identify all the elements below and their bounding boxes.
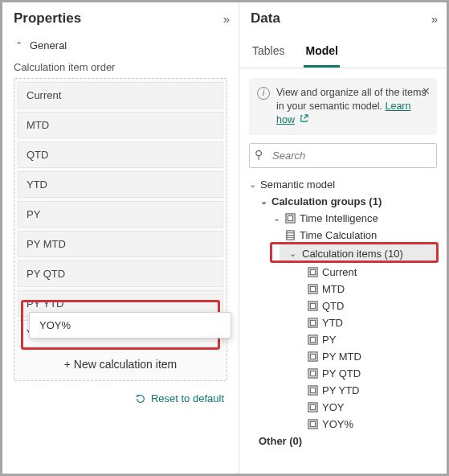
properties-title: Properties (14, 10, 81, 27)
svg-rect-13 (310, 320, 316, 326)
data-panel: Data » Tables Model i View and organize … (239, 2, 447, 474)
tree-other[interactable]: Other (0) (246, 433, 443, 449)
data-title: Data (251, 10, 280, 27)
svg-rect-18 (308, 369, 317, 378)
tree-calc-item[interactable]: PY QTD (246, 365, 443, 382)
close-icon[interactable]: ✕ (422, 84, 431, 99)
tree-calc-item[interactable]: PY YTD (246, 382, 443, 399)
order-item[interactable]: YTD (18, 171, 223, 198)
tab-model[interactable]: Model (304, 38, 339, 68)
calc-item-order-label: Calculation item order (2, 60, 239, 78)
order-item[interactable]: PY (18, 201, 223, 228)
order-item[interactable]: MTD (18, 112, 223, 138)
calc-item-icon (307, 318, 319, 328)
search-input[interactable] (249, 143, 437, 168)
svg-rect-0 (286, 214, 295, 223)
collapse-properties-icon[interactable]: » (222, 12, 229, 26)
calc-group-icon (284, 213, 296, 224)
order-item[interactable]: PY QTD (18, 261, 223, 287)
external-link-icon (300, 114, 308, 123)
info-icon: i (257, 87, 270, 100)
svg-rect-8 (308, 285, 317, 293)
chevron-up-icon: ⌃ (14, 40, 23, 51)
data-tabs: Tables Model (239, 35, 447, 68)
tree-calc-item[interactable]: PY (246, 331, 443, 348)
order-item[interactable]: QTD (18, 142, 223, 168)
calc-item-icon (307, 267, 319, 277)
order-item[interactable]: PY MTD (18, 231, 223, 257)
search-wrap: ⚲ (249, 143, 437, 168)
calc-item-icon (307, 334, 319, 345)
data-header: Data » (239, 2, 447, 35)
order-item[interactable]: Current (18, 82, 223, 109)
tree-calc-groups[interactable]: ⌄ Calculation groups (1) (246, 193, 443, 210)
tree-time-calculation[interactable]: Time Calculation (246, 227, 443, 244)
svg-rect-1 (288, 215, 293, 221)
svg-rect-16 (308, 352, 317, 361)
calculation-item-order-list: Current MTD QTD YTD PY PY MTD PY QTD PY … (14, 78, 227, 381)
tree-calc-item[interactable]: PY MTD (246, 348, 443, 365)
search-icon: ⚲ (255, 148, 263, 161)
svg-rect-24 (308, 420, 317, 429)
tree-time-intelligence[interactable]: ⌄ Time Intelligence (246, 210, 443, 227)
reset-to-default-button[interactable]: Reset to default (2, 386, 239, 411)
reset-label: Reset to default (151, 392, 224, 404)
new-calculation-item-button[interactable]: + New calculation item (18, 350, 223, 377)
svg-rect-23 (310, 404, 316, 410)
tree-calc-item[interactable]: QTD (246, 298, 443, 314)
chevron-down-icon: ⌄ (259, 196, 268, 207)
chevron-down-icon: ⌄ (247, 179, 257, 190)
dragging-order-item[interactable]: YOY% (29, 312, 231, 339)
tree-calc-item[interactable]: MTD (246, 281, 443, 298)
calc-item-icon (307, 301, 319, 311)
column-icon (284, 230, 296, 240)
info-banner: i View and organize all of the items in … (249, 78, 437, 135)
svg-rect-7 (310, 269, 316, 275)
calc-item-icon (307, 402, 319, 412)
reset-icon (135, 393, 146, 404)
calc-item-icon (307, 385, 319, 396)
svg-rect-10 (308, 302, 317, 310)
tree-calc-item[interactable]: YOY% (246, 416, 443, 433)
collapse-data-icon[interactable]: » (430, 12, 437, 26)
general-section-label: General (30, 39, 67, 51)
calc-item-icon (307, 351, 319, 362)
svg-rect-11 (310, 303, 316, 309)
general-section-toggle[interactable]: ⌃ General (2, 35, 239, 60)
svg-rect-17 (310, 354, 316, 359)
svg-rect-15 (310, 337, 316, 343)
calc-item-icon (307, 284, 319, 294)
chevron-down-icon: ⌄ (271, 213, 281, 224)
svg-rect-12 (308, 318, 317, 327)
svg-rect-25 (310, 421, 316, 427)
calc-item-icon (307, 368, 319, 379)
properties-header: Properties » (2, 2, 239, 35)
model-tree: ⌄ Semantic model ⌄ Calculation groups (1… (239, 174, 447, 456)
chevron-down-icon: ⌄ (288, 248, 297, 259)
tree-calculation-items[interactable]: ⌄ Calculation items (10) (280, 244, 439, 263)
tree-calc-item[interactable]: YOY (246, 399, 443, 416)
svg-rect-9 (310, 286, 316, 292)
tree-calc-item[interactable]: Current (246, 264, 443, 281)
tab-tables[interactable]: Tables (251, 38, 286, 68)
tree-root[interactable]: ⌄ Semantic model (246, 176, 443, 193)
svg-rect-22 (308, 403, 317, 412)
svg-rect-14 (308, 335, 317, 344)
svg-rect-19 (310, 371, 316, 376)
svg-rect-21 (310, 388, 316, 393)
svg-rect-6 (308, 268, 317, 277)
properties-panel: Properties » ⌃ General Calculation item … (2, 2, 239, 474)
info-text: View and organize all of the items in yo… (276, 86, 429, 127)
tree-calc-item[interactable]: YTD (246, 314, 443, 331)
calc-item-icon (307, 419, 319, 429)
svg-rect-20 (308, 386, 317, 395)
